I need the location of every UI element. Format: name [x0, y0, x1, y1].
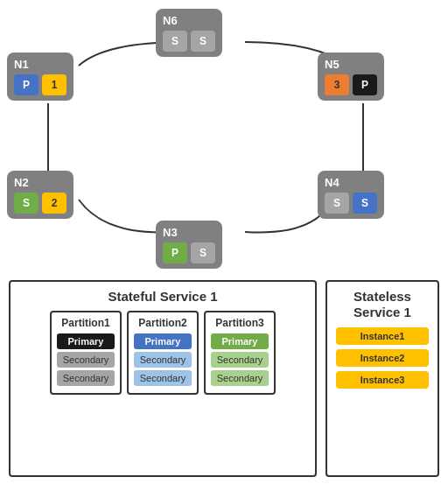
instance2-chip: Instance2 [336, 349, 429, 367]
partition2-secondary1: Secondary [134, 352, 192, 368]
stateful-service-box: Stateful Service 1 Partition1 Primary Se… [9, 280, 317, 477]
partition1-primary: Primary [57, 333, 115, 349]
n6-chip-s1: S [163, 31, 187, 52]
instance3-chip: Instance3 [336, 371, 429, 389]
n5-chips: 3 P [325, 74, 377, 95]
partition2-title: Partition2 [138, 317, 186, 329]
n3-chip-s: S [191, 242, 215, 263]
n1-chip-p: P [14, 74, 38, 95]
partition3-secondary2: Secondary [211, 370, 269, 386]
partition3-box: Partition3 Primary Secondary Secondary [204, 311, 276, 395]
partition1-secondary1: Secondary [57, 352, 115, 368]
partition1-title: Partition1 [61, 317, 109, 329]
node-n1: N1 P 1 [7, 53, 74, 101]
n2-chips: S 2 [14, 193, 66, 214]
stateless-service-title: Stateless Service 1 [336, 289, 429, 320]
n5-chip-3: 3 [325, 74, 349, 95]
partition2-primary: Primary [134, 333, 192, 349]
instance1-chip: Instance1 [336, 327, 429, 345]
node-n2: N2 S 2 [7, 171, 74, 219]
partition1-secondary2: Secondary [57, 370, 115, 386]
stateful-service-title: Stateful Service 1 [108, 289, 217, 304]
n5-chip-p: P [353, 74, 377, 95]
n2-chip-2: 2 [42, 193, 66, 214]
partition2-box: Partition2 Primary Secondary Secondary [127, 311, 199, 395]
n4-chip-s2: S [353, 193, 377, 214]
n6-chips: S S [163, 31, 215, 52]
n2-label: N2 [14, 176, 29, 189]
partition3-secondary1: Secondary [211, 352, 269, 368]
connection-lines [0, 0, 448, 271]
n3-label: N3 [163, 226, 178, 239]
partition3-primary: Primary [211, 333, 269, 349]
node-n5: N5 3 P [318, 53, 384, 101]
n1-chip-1: 1 [42, 74, 66, 95]
n3-chips: P S [163, 242, 215, 263]
legend-area: Stateful Service 1 Partition1 Primary Se… [0, 273, 448, 484]
n4-chip-s1: S [325, 193, 349, 214]
n6-label: N6 [163, 14, 178, 27]
partition3-title: Partition3 [215, 317, 263, 329]
n4-label: N4 [325, 176, 340, 189]
n5-label: N5 [325, 58, 340, 71]
node-n3: N3 P S [156, 221, 222, 269]
stateless-service-box: Stateless Service 1 Instance1 Instance2 … [326, 280, 439, 477]
partition2-secondary2: Secondary [134, 370, 192, 386]
n2-chip-s: S [14, 193, 38, 214]
n1-label: N1 [14, 58, 29, 71]
n3-chip-p: P [163, 242, 187, 263]
node-n6: N6 S S [156, 9, 222, 57]
diagram-area: N6 S S N1 P 1 N5 3 P N2 S 2 N4 S S [0, 0, 448, 271]
partition1-box: Partition1 Primary Secondary Secondary [50, 311, 122, 395]
node-n4: N4 S S [318, 171, 384, 219]
n6-chip-s2: S [191, 31, 215, 52]
n4-chips: S S [325, 193, 377, 214]
n1-chips: P 1 [14, 74, 66, 95]
partitions-row: Partition1 Primary Secondary Secondary P… [50, 311, 276, 395]
